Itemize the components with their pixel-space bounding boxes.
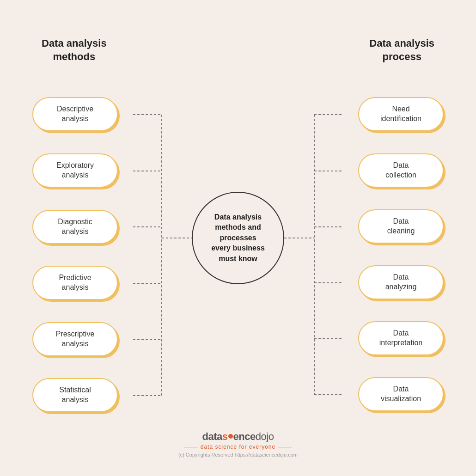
pill-right-data-interpretation: Data interpretation bbox=[358, 321, 444, 355]
logo-text: datasencedojo bbox=[178, 431, 298, 443]
pill-left-statistical: Statistical analysis bbox=[32, 378, 118, 412]
header-right: Data analysis process bbox=[369, 37, 434, 63]
pill-right-data-visualization: Data visualization bbox=[358, 377, 444, 411]
pill-right-data-collection: Data collection bbox=[358, 153, 444, 188]
copyright: (c) Copyrights Reserved https://datascie… bbox=[178, 452, 298, 458]
logo-area: datasencedojo data science for everyone … bbox=[178, 431, 298, 458]
pill-right-data-cleaning: Data cleaning bbox=[358, 209, 444, 244]
pill-left-descriptive: Descriptive analysis bbox=[32, 97, 118, 131]
center-circle: Data analysis methods and processes ever… bbox=[192, 192, 284, 284]
pill-left-predictive: Predictive analysis bbox=[32, 266, 118, 300]
pill-right-data-analyzing: Data analyzing bbox=[358, 265, 444, 299]
pill-left-exploratory: Exploratory analysis bbox=[32, 153, 118, 188]
logo-dot bbox=[228, 434, 233, 439]
logo-tagline: data science for everyone bbox=[178, 444, 298, 450]
main-container: Data analysis methods Data analysis proc… bbox=[0, 0, 476, 476]
pill-right-need-identification: Need identification bbox=[358, 97, 444, 131]
pill-left-prescriptive: Prescriptive analysis bbox=[32, 322, 118, 356]
header-left: Data analysis methods bbox=[42, 37, 107, 63]
pill-left-diagnostic: Diagnostic analysis bbox=[32, 210, 118, 244]
